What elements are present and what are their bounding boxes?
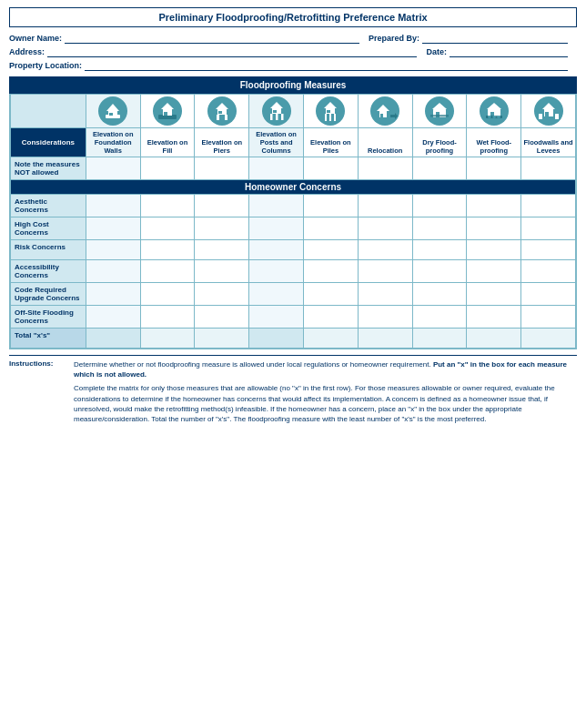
concern-1-9[interactable] — [521, 217, 576, 240]
total-9[interactable] — [521, 329, 576, 349]
total-label: Total "x's" — [11, 329, 86, 349]
total-3[interactable] — [195, 329, 249, 349]
col-header-5: Elevation on Piles — [303, 128, 358, 157]
concern-5-1[interactable] — [86, 306, 140, 329]
total-row: Total "x's" — [11, 329, 576, 349]
concern-5-9[interactable] — [521, 306, 576, 329]
concern-0-2[interactable] — [140, 195, 195, 217]
owner-name-field[interactable] — [65, 33, 359, 44]
concern-3-5[interactable] — [303, 260, 358, 283]
concern-4-3[interactable] — [195, 283, 249, 306]
address-label: Address: — [9, 47, 45, 56]
date-label: Date: — [426, 47, 447, 56]
concern-0-7[interactable] — [412, 195, 467, 217]
icon-cell-2 — [140, 95, 195, 128]
instructions-row: Instructions: Determine whether or not f… — [9, 359, 577, 428]
concern-5-6[interactable] — [358, 306, 412, 329]
concern-5-5[interactable] — [303, 306, 358, 329]
owner-name-label: Owner Name: — [9, 34, 62, 43]
concern-3-9[interactable] — [521, 260, 576, 283]
concern-4-5[interactable] — [303, 283, 358, 306]
date-field[interactable] — [450, 46, 568, 57]
total-8[interactable] — [467, 329, 521, 349]
svg-rect-27 — [325, 114, 327, 121]
concern-5-4[interactable] — [249, 306, 304, 329]
concern-1-2[interactable] — [140, 217, 195, 240]
address-field[interactable] — [47, 46, 417, 57]
concern-3-8[interactable] — [467, 260, 521, 283]
homeowner-concerns-header-row: Homeowner Concerns — [11, 180, 576, 195]
total-6[interactable] — [358, 329, 412, 349]
concern-label-5: Off-Site Flooding Concerns — [11, 306, 86, 329]
concern-4-8[interactable] — [467, 283, 521, 306]
concern-0-6[interactable] — [358, 195, 412, 217]
concern-0-8[interactable] — [467, 195, 521, 217]
concern-2-6[interactable] — [358, 240, 412, 260]
concern-4-2[interactable] — [140, 283, 195, 306]
concern-2-2[interactable] — [140, 240, 195, 260]
svg-rect-28 — [329, 114, 331, 121]
concern-1-3[interactable] — [195, 217, 249, 240]
concern-5-7[interactable] — [412, 306, 467, 329]
concern-2-5[interactable] — [303, 240, 358, 260]
address-row: Address: Date: — [9, 46, 577, 57]
concern-3-3[interactable] — [195, 260, 249, 283]
instructions-text: Determine whether or not floodproofing m… — [74, 359, 577, 428]
svg-rect-20 — [270, 114, 273, 120]
concern-1-8[interactable] — [467, 217, 521, 240]
concern-4-9[interactable] — [521, 283, 576, 306]
data-cell-1-1[interactable] — [86, 157, 140, 180]
concern-row-1: High Cost Concerns — [11, 217, 576, 240]
concern-1-7[interactable] — [412, 217, 467, 240]
concern-1-5[interactable] — [303, 217, 358, 240]
concern-1-4[interactable] — [249, 217, 304, 240]
data-cell-1-4[interactable] — [249, 157, 304, 180]
prepared-by-field[interactable] — [422, 33, 568, 44]
data-cell-1-8[interactable] — [467, 157, 521, 180]
concern-2-9[interactable] — [521, 240, 576, 260]
col-header-4: Elevation on Posts and Columns — [249, 128, 304, 157]
concern-4-6[interactable] — [358, 283, 412, 306]
concern-label-4: Code Required Upgrade Concerns — [11, 283, 86, 306]
total-5[interactable] — [303, 329, 358, 349]
instructions-section: Instructions: Determine whether or not f… — [9, 355, 577, 428]
total-1[interactable] — [86, 329, 140, 349]
concern-label-1: High Cost Concerns — [11, 217, 86, 240]
total-7[interactable] — [412, 329, 467, 349]
concern-0-3[interactable] — [195, 195, 249, 217]
property-location-field[interactable] — [85, 60, 568, 71]
concern-2-8[interactable] — [467, 240, 521, 260]
data-cell-1-7[interactable] — [412, 157, 467, 180]
concern-2-3[interactable] — [195, 240, 249, 260]
concern-4-7[interactable] — [412, 283, 467, 306]
concern-4-4[interactable] — [249, 283, 304, 306]
dry-floodproofing-icon — [423, 96, 456, 126]
elevation-posts-icon — [260, 96, 293, 126]
concern-5-3[interactable] — [195, 306, 249, 329]
concern-2-4[interactable] — [249, 240, 304, 260]
total-2[interactable] — [140, 329, 195, 349]
svg-rect-21 — [276, 114, 278, 120]
data-cell-1-3[interactable] — [195, 157, 249, 180]
concern-1-1[interactable] — [86, 217, 140, 240]
concern-5-2[interactable] — [140, 306, 195, 329]
total-4[interactable] — [249, 329, 304, 349]
concern-0-1[interactable] — [86, 195, 140, 217]
data-cell-1-9[interactable] — [521, 157, 576, 180]
concern-3-1[interactable] — [86, 260, 140, 283]
concern-0-9[interactable] — [521, 195, 576, 217]
concern-1-6[interactable] — [358, 217, 412, 240]
concern-5-8[interactable] — [467, 306, 521, 329]
data-cell-1-5[interactable] — [303, 157, 358, 180]
concern-0-5[interactable] — [303, 195, 358, 217]
concern-2-7[interactable] — [412, 240, 467, 260]
concern-3-6[interactable] — [358, 260, 412, 283]
data-cell-1-6[interactable] — [358, 157, 412, 180]
concern-2-1[interactable] — [86, 240, 140, 260]
concern-3-4[interactable] — [249, 260, 304, 283]
concern-4-1[interactable] — [86, 283, 140, 306]
concern-0-4[interactable] — [249, 195, 304, 217]
data-cell-1-2[interactable] — [140, 157, 195, 180]
concern-3-2[interactable] — [140, 260, 195, 283]
concern-3-7[interactable] — [412, 260, 467, 283]
